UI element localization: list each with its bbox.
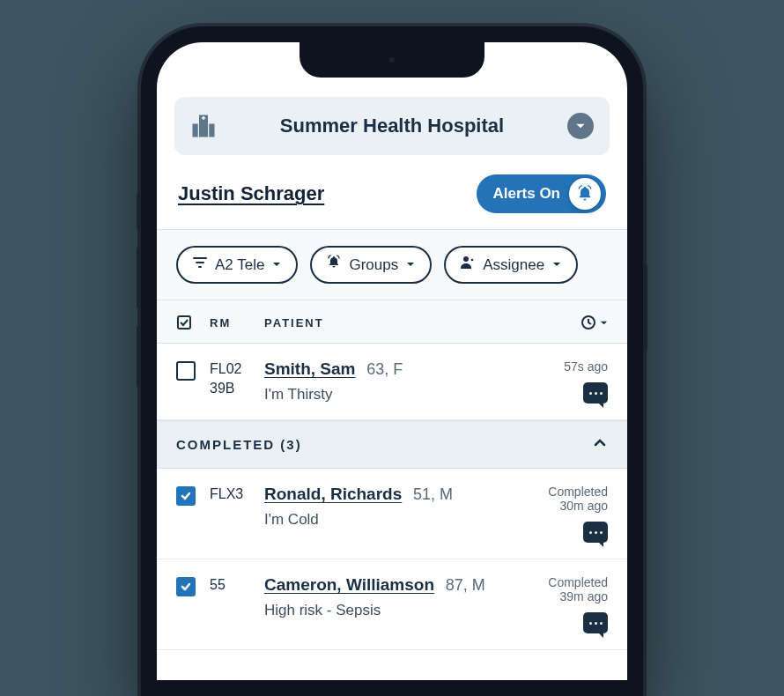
filter-bar: A2 Tele Groups Assignee	[157, 229, 627, 300]
filter-ward[interactable]: A2 Tele	[176, 246, 298, 284]
patient-note: High risk - Sepsis	[264, 602, 520, 619]
chat-icon[interactable]	[520, 382, 608, 404]
time-cell: Completed 39m ago	[520, 575, 608, 633]
patient-cell: Ronald, Richards 51, M I'm Cold	[264, 485, 520, 543]
patient-note: I'm Cold	[264, 511, 520, 529]
patient-cell: Cameron, Williamson 87, M High risk - Se…	[264, 575, 520, 633]
svg-rect-1	[193, 124, 198, 137]
bell-icon	[569, 178, 601, 210]
filter-assignee-label: Assignee	[483, 256, 544, 274]
chat-icon[interactable]	[520, 522, 608, 543]
select-all-icon[interactable]	[176, 315, 210, 330]
phone-side-button	[137, 247, 141, 308]
phone-side-button	[137, 194, 141, 229]
room-cell: 55	[210, 575, 264, 633]
time-ago: 30m ago	[520, 499, 608, 513]
chat-icon[interactable]	[520, 612, 608, 633]
svg-rect-2	[209, 124, 214, 137]
user-row: Justin Schrager Alerts On	[157, 155, 627, 229]
patient-note: I'm Thirsty	[264, 386, 520, 404]
app-root: Summer Health Hospital Justin Schrager A…	[157, 42, 627, 650]
hospital-name: Summer Health Hospital	[280, 115, 504, 137]
room-cell: FLX3	[210, 485, 264, 543]
dropdown-icon	[567, 113, 594, 139]
table-row[interactable]: FL02 39B Smith, Sam 63, F I'm Thirsty 57…	[157, 344, 627, 420]
person-icon	[460, 255, 476, 275]
row-checkbox[interactable]	[176, 359, 210, 404]
column-rm: RM	[210, 316, 264, 329]
completed-section-toggle[interactable]: COMPLETED (3)	[157, 420, 627, 469]
room-cell: FL02 39B	[210, 359, 264, 404]
patient-name-link[interactable]: Ronald, Richards	[264, 485, 402, 503]
phone-side-button	[137, 326, 141, 388]
alerts-toggle[interactable]: Alerts On	[477, 174, 606, 213]
time-ago: 39m ago	[520, 589, 608, 603]
svg-point-8	[463, 256, 469, 262]
svg-point-9	[471, 259, 474, 262]
alerts-label: Alerts On	[492, 185, 560, 203]
current-user-link[interactable]: Justin Schrager	[178, 182, 324, 205]
patient-name-link[interactable]: Cameron, Williamson	[264, 575, 434, 594]
status-text: Completed	[520, 575, 608, 589]
svg-rect-4	[203, 116, 204, 120]
patient-name-link[interactable]: Smith, Sam	[264, 359, 355, 378]
caret-down-icon	[405, 256, 416, 274]
patient-cell: Smith, Sam 63, F I'm Thirsty	[264, 359, 520, 404]
filter-ward-label: A2 Tele	[215, 256, 264, 274]
phone-frame: Summer Health Hospital Justin Schrager A…	[141, 26, 643, 696]
chevron-up-icon	[592, 435, 608, 454]
table-row[interactable]: 55 Cameron, Williamson 87, M High risk -…	[157, 559, 627, 650]
caret-down-icon	[551, 256, 562, 274]
completed-label: COMPLETED (3)	[176, 437, 302, 452]
filter-icon	[192, 255, 208, 275]
hospital-icon	[190, 113, 217, 139]
patient-meta: 51, M	[413, 485, 453, 503]
phone-side-button	[643, 264, 647, 352]
row-checkbox[interactable]	[176, 485, 210, 543]
bell-icon	[326, 255, 342, 275]
phone-notch	[300, 42, 484, 78]
filter-assignee[interactable]: Assignee	[444, 246, 578, 284]
screen: Summer Health Hospital Justin Schrager A…	[157, 42, 627, 680]
row-checkbox[interactable]	[176, 575, 210, 633]
filter-groups-label: Groups	[349, 256, 398, 274]
caret-down-icon	[271, 256, 282, 274]
time-cell: 57s ago	[520, 359, 608, 404]
hospital-selector[interactable]: Summer Health Hospital	[174, 97, 610, 155]
time-ago: 57s ago	[520, 359, 608, 374]
status-text: Completed	[520, 485, 608, 499]
table-row[interactable]: FLX3 Ronald, Richards 51, M I'm Cold Com…	[157, 469, 627, 559]
column-time-sort[interactable]	[569, 315, 608, 330]
patient-meta: 87, M	[446, 576, 485, 594]
column-header: RM PATIENT	[157, 300, 627, 344]
filter-groups[interactable]: Groups	[310, 246, 432, 284]
column-patient: PATIENT	[264, 316, 569, 329]
svg-rect-10	[178, 316, 190, 329]
patient-meta: 63, F	[366, 360, 403, 378]
time-cell: Completed 30m ago	[520, 485, 608, 543]
